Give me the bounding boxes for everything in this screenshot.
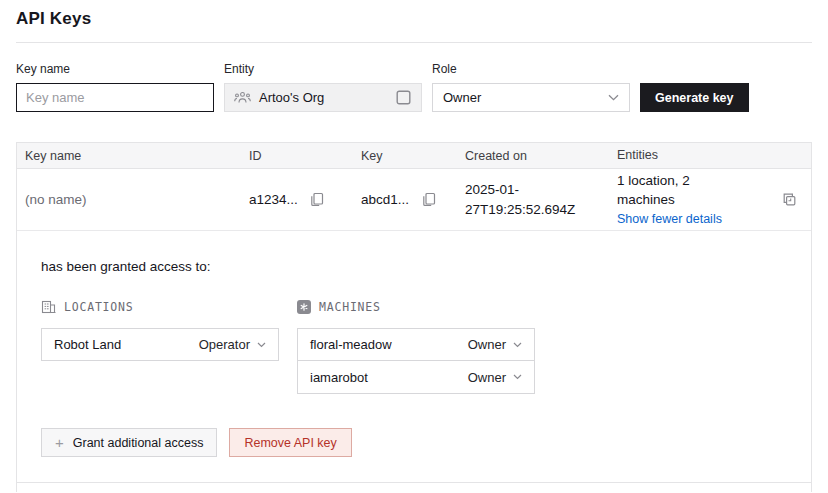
cell-created-on: 2025-01-27T19:25:52.694Z (465, 180, 617, 220)
header-key-name: Key name (17, 149, 249, 163)
machine-role-select[interactable]: Owner (468, 337, 522, 352)
header-entities: Entities (617, 146, 769, 165)
id-value: a1234... (249, 192, 298, 207)
key-name-input[interactable] (16, 83, 214, 112)
key-value: abcd1... (361, 192, 409, 207)
plus-icon: + (55, 435, 64, 450)
chevron-down-icon (608, 94, 619, 101)
machine-name: iamarobot (310, 370, 368, 385)
people-group-icon (234, 91, 251, 104)
table-row: (no name) a1234... abcd1... (17, 169, 811, 231)
cell-id: a1234... (249, 191, 361, 209)
panel-actions: + Grant additional access Remove API key (41, 428, 787, 457)
role-label: Role (432, 62, 630, 76)
chevron-down-icon (513, 374, 522, 380)
create-key-form: Key name Entity Artoo's Org (16, 62, 812, 112)
copy-key-icon[interactable] (419, 191, 437, 209)
entities-summary: 1 location, 2 machines (617, 173, 690, 207)
locations-section: LOCATIONS Robot Land Operator (41, 300, 279, 394)
location-access-row: Robot Land Operator (41, 328, 279, 361)
machine-role-select[interactable]: Owner (468, 370, 522, 385)
machine-icon (297, 300, 311, 314)
location-role-select[interactable]: Operator (199, 337, 266, 352)
remove-api-key-button[interactable]: Remove API key (229, 428, 351, 457)
entity-label: Entity (224, 62, 422, 76)
key-name-label: Key name (16, 62, 214, 76)
access-sections: LOCATIONS Robot Land Operator (41, 300, 787, 394)
org-badge-icon (394, 89, 412, 107)
machine-role-value: Owner (468, 370, 506, 385)
chevron-down-icon (257, 342, 266, 348)
role-selected-value: Owner (443, 90, 481, 105)
show-fewer-details-link[interactable]: Show fewer details (617, 210, 722, 229)
next-row-strip (16, 482, 812, 492)
role-field: Role Owner (432, 62, 630, 112)
locations-heading-label: LOCATIONS (64, 300, 134, 314)
location-role-value: Operator (199, 337, 250, 352)
api-keys-page: API Keys Key name Entity Artoo's Org (0, 0, 828, 493)
header-key: Key (361, 149, 465, 163)
entity-field: Entity Artoo's Org (224, 62, 422, 112)
cell-entities: 1 location, 2 machines Show fewer detail… (617, 171, 769, 229)
cell-key-name: (no name) (17, 192, 249, 207)
locations-heading: LOCATIONS (41, 300, 279, 314)
header-id: ID (249, 149, 361, 163)
copy-id-icon[interactable] (308, 191, 326, 209)
entity-value: Artoo's Org (259, 90, 324, 105)
cell-actions (769, 191, 811, 209)
api-keys-table: Key name ID Key Created on Entities (no … (16, 142, 812, 483)
header-created-on: Created on (465, 146, 617, 166)
key-details-panel: has been granted access to: LOCATIONS (17, 231, 811, 483)
generate-key-button[interactable]: Generate key (640, 83, 749, 112)
page-title: API Keys (16, 9, 91, 29)
grant-additional-access-label: Grant additional access (73, 436, 204, 450)
building-icon (41, 300, 56, 314)
machines-heading: MACHINES (297, 300, 535, 314)
machine-access-row: iamarobot Owner (297, 361, 535, 394)
machine-role-value: Owner (468, 337, 506, 352)
access-intro-text: has been granted access to: (41, 259, 787, 274)
cell-key: abcd1... (361, 191, 465, 209)
machine-name: floral-meadow (310, 337, 392, 352)
chevron-down-icon (513, 342, 522, 348)
title-divider (16, 42, 812, 43)
location-name: Robot Land (54, 337, 121, 352)
key-name-field: Key name (16, 62, 214, 112)
machines-heading-label: MACHINES (319, 300, 381, 314)
role-select[interactable]: Owner (432, 83, 630, 112)
table-header-row: Key name ID Key Created on Entities (17, 142, 811, 169)
machines-section: MACHINES floral-meadow Owner (297, 300, 535, 394)
grant-additional-access-button[interactable]: + Grant additional access (41, 428, 217, 457)
duplicate-key-icon[interactable] (780, 191, 798, 209)
entity-value-box[interactable]: Artoo's Org (224, 83, 422, 112)
machine-access-row: floral-meadow Owner (297, 328, 535, 361)
